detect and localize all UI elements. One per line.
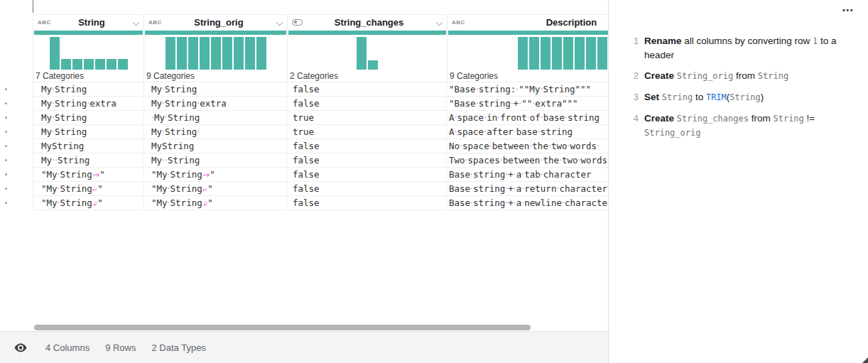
cell[interactable]: My·String [33,125,144,139]
cell[interactable]: "My·String→" [144,168,287,181]
column-header[interactable]: ABCString [33,14,143,31]
cell[interactable]: My·String [144,82,287,96]
cell[interactable]: false [287,182,447,195]
row-marker[interactable] [5,159,7,161]
histogram-bar[interactable] [50,37,60,70]
chevron-down-icon[interactable] [435,19,443,26]
recipe-step[interactable]: 3Set String to TRIM(String) [630,90,847,104]
cell[interactable]: "My·String↵" [33,182,144,195]
column-histogram[interactable] [33,35,143,70]
histogram-bar[interactable] [563,37,573,70]
cell[interactable]: true [287,111,447,124]
recipe-step[interactable]: 4Create String_changes from String != St… [630,112,847,140]
whitespace-marker: · [58,183,60,194]
row-marker[interactable] [5,173,7,175]
cell[interactable]: false [287,139,447,153]
histogram-bar[interactable] [586,37,596,70]
chevron-down-icon[interactable] [276,19,283,26]
whitespace-marker: · [489,141,492,151]
row-marker[interactable] [5,202,7,204]
horizontal-scrollbar[interactable] [34,325,531,330]
text-type-icon: ABC [452,19,465,26]
histogram-bar[interactable] [177,37,187,70]
column-histogram[interactable] [447,35,608,70]
cell[interactable]: MyString [33,139,144,153]
histogram-bar[interactable] [529,37,539,70]
histogram-bar[interactable] [552,37,562,70]
cell[interactable]: Base·string·+·a·return·character [447,182,608,195]
kebab-menu-icon[interactable]: ••• [842,6,854,14]
whitespace-marker: · [516,84,519,94]
histogram-bar[interactable] [597,37,607,70]
cell[interactable]: "My·String↵" [144,182,287,195]
cell[interactable]: My·String·extra [144,97,287,110]
recipe-step[interactable]: 1Rename all columns by converting row 1 … [630,34,847,62]
cell[interactable]: false [287,196,447,210]
column-reference: String_orig [644,128,700,138]
column-header[interactable]: String_changes [288,14,447,31]
cell[interactable]: No·space·between·the·two·words· [447,139,608,153]
cell[interactable]: Two·spaces·between·the·two·words [447,153,608,167]
cell[interactable]: "My·String→" [33,168,144,181]
cell[interactable]: false [287,168,447,181]
row-marker[interactable] [5,131,7,133]
column-reference: String_orig [677,71,733,81]
cell[interactable]: A·space·after·base·string [447,125,608,139]
eye-icon[interactable] [14,343,27,352]
histogram-bar[interactable] [95,59,105,70]
histogram-bar[interactable] [166,37,175,70]
histogram-bar[interactable] [518,37,528,70]
histogram-bar[interactable] [118,59,128,70]
histogram-bar[interactable] [575,37,585,70]
histogram-bar[interactable] [211,37,221,70]
resize-grip[interactable] [862,357,868,363]
cell[interactable]: ·My·String [144,111,287,124]
histogram-bar[interactable] [541,37,550,70]
recipe-step[interactable]: 2Create String_orig from String [630,69,847,83]
recipe-panel: ••• 1Rename all columns by converting ro… [608,0,868,363]
histogram-bar[interactable] [200,37,210,70]
cell[interactable]: false [287,82,447,96]
row-marker[interactable] [5,188,7,190]
row-marker[interactable] [5,117,7,119]
histogram-bar[interactable] [107,59,116,70]
histogram-bar[interactable] [61,59,71,70]
column-histogram[interactable] [144,35,287,70]
histogram-bar[interactable] [368,60,378,70]
whitespace-marker: · [460,141,462,151]
cell[interactable]: "My·String↲" [144,196,287,210]
cell[interactable]: MyString [144,139,287,153]
histogram-bar[interactable] [234,37,244,70]
cell[interactable]: false [287,153,447,167]
column-header[interactable]: ABCDescription [447,14,608,31]
cell[interactable]: My·String [33,82,144,96]
histogram-bar[interactable] [84,59,94,70]
cell[interactable]: My··String [33,153,144,167]
cell[interactable]: false [287,97,447,110]
cell[interactable]: My·String [33,111,144,124]
cell[interactable]: "Base·string·+·""·extra""" [447,97,608,110]
cell[interactable]: A·space·in·front·of·base·string [447,111,608,124]
cell[interactable]: Base·string·+·a·newline·character [447,196,608,210]
column-histogram[interactable] [288,35,447,70]
histogram-bar[interactable] [245,37,255,70]
histogram-bar[interactable] [188,37,198,70]
column-header[interactable]: ABCString_orig [144,14,287,31]
cell[interactable]: My·String·extra [33,97,144,110]
cell[interactable]: true [287,125,447,139]
histogram-bar[interactable] [357,37,367,70]
histogram-bar[interactable] [222,37,232,70]
cell[interactable]: "My·String↲" [33,196,144,210]
whitespace-marker: · [162,84,165,94]
histogram-bar[interactable] [72,59,82,70]
cell[interactable]: "Base·string:·""My·String""" [447,82,608,96]
cell[interactable]: My··String [144,153,287,167]
histogram-bar[interactable] [256,37,266,70]
cell[interactable]: My·String· [144,125,287,139]
chevron-down-icon[interactable] [132,19,139,26]
row-marker[interactable] [5,145,7,147]
row-marker[interactable] [5,102,7,104]
row-marker[interactable] [5,88,7,90]
whitespace-marker: · [578,155,581,166]
cell[interactable]: Base·string·+·a·tab·character [447,168,608,181]
